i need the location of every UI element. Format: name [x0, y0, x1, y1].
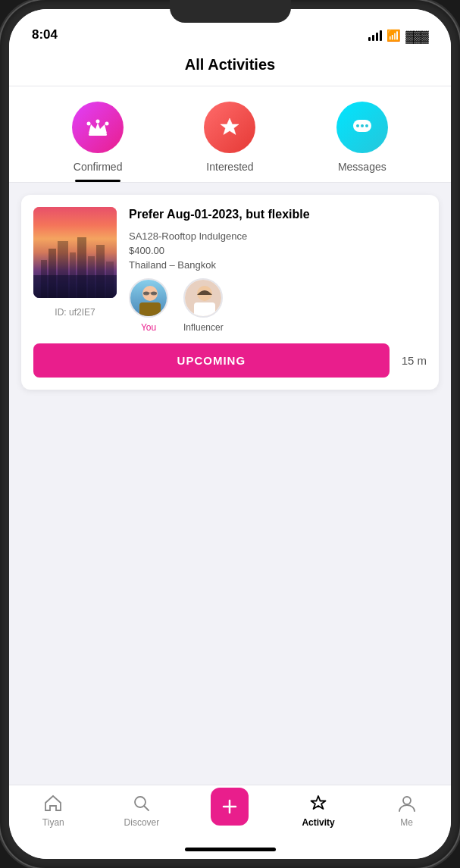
- tab-confirmed[interactable]: Confirmed: [32, 102, 164, 182]
- interested-label: Interested: [206, 161, 253, 173]
- svg-point-6: [361, 124, 364, 127]
- svg-point-0: [87, 122, 91, 126]
- home-icon: [42, 793, 64, 814]
- card-title: Prefer Aug-01-2023, but flexible: [129, 207, 427, 223]
- discover-nav-label: Discover: [124, 817, 160, 828]
- time-label: 15 m: [402, 354, 427, 367]
- svg-rect-3: [89, 133, 107, 136]
- svg-point-7: [365, 124, 368, 127]
- svg-rect-19: [139, 302, 161, 318]
- you-label: You: [141, 322, 156, 333]
- wifi-icon: 📶: [386, 29, 401, 42]
- nav-activity[interactable]: Activity: [274, 793, 363, 828]
- bottom-nav: Tiyan Discover: [9, 785, 451, 843]
- messages-label: Messages: [338, 161, 386, 173]
- card-image: [33, 207, 117, 298]
- header: All Activities: [9, 47, 451, 86]
- you-avatar-image: [130, 280, 168, 318]
- content-area: ID: uf2IE7 Prefer Aug-01-2023, but flexi…: [9, 183, 451, 785]
- signal-icon: [368, 30, 382, 41]
- activity-nav-label: Activity: [302, 817, 334, 828]
- card-info: Prefer Aug-01-2023, but flexible SA128-R…: [129, 207, 427, 333]
- search-icon: [131, 793, 152, 814]
- svg-rect-22: [143, 293, 157, 293]
- home-indicator-bar: [185, 848, 276, 851]
- tab-interested[interactable]: Interested: [164, 102, 296, 182]
- confirmed-icon-circle: [72, 102, 124, 153]
- card-detail-location: Thailand – Bangkok: [129, 259, 427, 271]
- me-nav-label: Me: [400, 817, 413, 828]
- influencer-label: Influencer: [183, 322, 224, 333]
- star-icon: [216, 114, 243, 141]
- avatar-influencer-item: Influencer: [183, 278, 224, 333]
- nav-discover[interactable]: Discover: [98, 793, 186, 828]
- upcoming-button[interactable]: UPCOMING: [33, 343, 390, 378]
- svg-point-5: [356, 124, 359, 127]
- card-id: ID: uf2IE7: [55, 307, 95, 318]
- notch: [170, 0, 291, 23]
- avatar-you: [129, 278, 168, 318]
- add-button[interactable]: [211, 788, 249, 826]
- crown-icon: [84, 114, 111, 141]
- page-title: All Activities: [185, 56, 275, 73]
- activity-card: ID: uf2IE7 Prefer Aug-01-2023, but flexi…: [21, 195, 439, 390]
- status-icons: 📶 ▓▓▓: [368, 29, 428, 42]
- svg-point-2: [96, 120, 100, 124]
- card-bottom: UPCOMING 15 m: [33, 343, 427, 378]
- person-icon: [396, 793, 418, 814]
- avatar-you-item: You: [129, 278, 168, 333]
- svg-rect-25: [194, 302, 215, 318]
- influencer-avatar-image: [185, 280, 223, 318]
- nav-add[interactable]: [186, 795, 274, 826]
- avatar-influencer: [183, 278, 223, 318]
- phone-frame: 8:04 📶 ▓▓▓ All Activities: [0, 0, 460, 868]
- chat-icon: [349, 114, 376, 141]
- home-indicator: [9, 843, 451, 859]
- card-detail-code: SA128-Rooftop Indulgence: [129, 230, 427, 242]
- phone-screen: 8:04 📶 ▓▓▓ All Activities: [9, 9, 451, 859]
- svg-rect-16: [33, 275, 117, 298]
- tiyan-nav-label: Tiyan: [42, 817, 64, 828]
- tab-messages[interactable]: Messages: [296, 102, 428, 182]
- card-top: ID: uf2IE7 Prefer Aug-01-2023, but flexi…: [33, 207, 427, 333]
- battery-icon: ▓▓▓: [405, 30, 428, 42]
- card-detail-price: $400.00: [129, 245, 427, 256]
- svg-line-27: [144, 807, 149, 811]
- avatars-row: You: [129, 278, 427, 333]
- messages-icon-circle: [336, 102, 388, 153]
- activity-star-icon: [308, 793, 329, 814]
- interested-icon-circle: [204, 102, 255, 153]
- confirmed-label: Confirmed: [74, 161, 123, 173]
- status-time: 8:04: [32, 27, 58, 42]
- tab-icons-container: Confirmed Interested: [9, 86, 451, 183]
- svg-point-1: [105, 122, 109, 126]
- svg-point-30: [403, 797, 411, 804]
- nav-me[interactable]: Me: [362, 793, 451, 828]
- city-skyline: [33, 207, 117, 298]
- nav-tiyan[interactable]: Tiyan: [9, 793, 98, 828]
